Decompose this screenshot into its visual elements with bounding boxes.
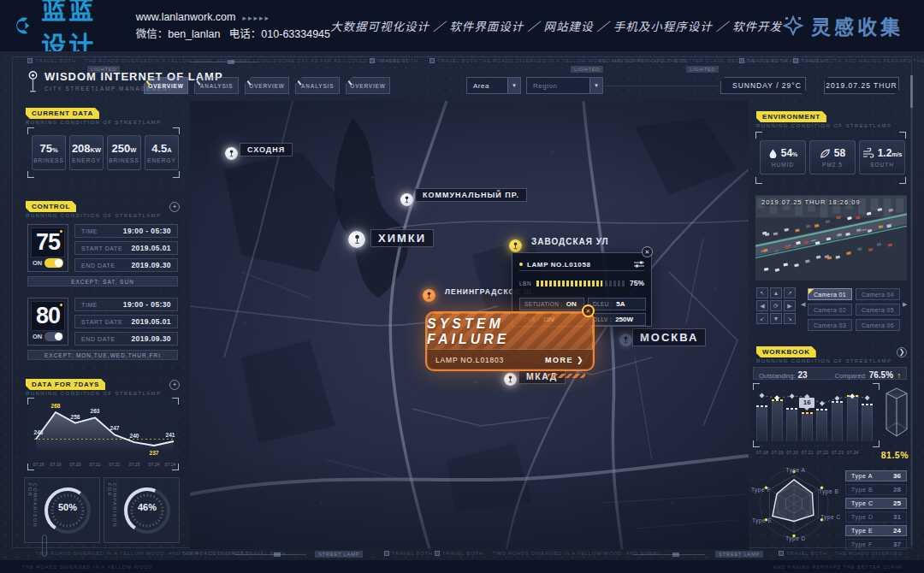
collect-brand: 灵感收集 bbox=[782, 11, 903, 40]
deco-text: LIGHTED bbox=[686, 66, 719, 73]
screen: 蓝蓝设计 www.lanlanwork.com▸▸▸▸▸ 微信：ben_lanl… bbox=[0, 0, 924, 573]
region-select[interactable]: Region ▼ bbox=[526, 77, 603, 94]
pan-right-icon[interactable]: ▶ bbox=[784, 300, 796, 311]
services-list: 大数据可视化设计 ／ 软件界面设计 ／ 网站建设 ／ 手机及小程序设计 ／ 软件… bbox=[330, 17, 782, 34]
popup-field-current: DLEU :5A bbox=[588, 298, 646, 310]
bar-x-label: 07.24 bbox=[845, 450, 861, 455]
pan-up-icon[interactable]: ▲ bbox=[770, 287, 782, 298]
svg-text:+: + bbox=[241, 319, 247, 327]
schedule-toggle-1[interactable] bbox=[44, 258, 63, 268]
type-row-c[interactable]: Type C25 bbox=[845, 498, 907, 509]
workbook-stats: Outstanding:23 Compared:76.5% ↑ bbox=[753, 367, 907, 380]
pan-down-icon[interactable]: ▼ bbox=[770, 313, 782, 324]
pan-reset-icon[interactable]: ⟳ bbox=[770, 300, 782, 311]
traffic-photo-graphic bbox=[755, 195, 907, 281]
svg-text:07.23: 07.23 bbox=[129, 462, 140, 467]
radar-axis-c: Type C bbox=[820, 514, 841, 520]
pan-down-right-icon[interactable]: ↘ bbox=[784, 313, 796, 324]
type-row-f[interactable]: Type F37 bbox=[845, 539, 907, 550]
lamp-glyph-icon bbox=[512, 242, 518, 250]
map-label-zavodskaya[interactable]: ЗАВОДСКАЯ УЛ bbox=[524, 235, 616, 248]
map-label-khimki[interactable]: ХИМКИ bbox=[370, 229, 434, 247]
type-row-d[interactable]: Type D31 bbox=[845, 511, 907, 523]
map-pin-mkad[interactable] bbox=[504, 373, 517, 386]
bar-x-label: 07.22 bbox=[814, 450, 830, 455]
camera-button-4[interactable]: Camera 04 bbox=[856, 288, 900, 300]
type-row-a[interactable]: Type A36 bbox=[845, 470, 907, 481]
lamp-glyph-icon bbox=[228, 150, 234, 157]
date-text: 2019.07.25 THUR bbox=[826, 81, 897, 90]
city-map[interactable]: +++ ++++ СХОДНЯ КОММУНАЛЬНЫЙ ПР. ХИМКИ З bbox=[190, 101, 749, 549]
deco-text: TWO ROADS DIVERGED IN A YELLOW WOOD, AND… bbox=[493, 551, 660, 556]
tab-overview-1[interactable]: OVERVIEW bbox=[144, 77, 188, 94]
data7-expand-button[interactable]: + bbox=[169, 380, 180, 390]
svg-text:241: 241 bbox=[166, 432, 175, 438]
alert-more-button[interactable]: MORE ❯ bbox=[545, 356, 584, 364]
scrollbar-thumb[interactable] bbox=[910, 75, 913, 108]
camera-button-3[interactable]: Camera 03 bbox=[808, 319, 852, 331]
svg-text:07.20: 07.20 bbox=[70, 462, 81, 467]
camera-list-prev-icon[interactable]: ◀ bbox=[801, 301, 805, 308]
control-add-button[interactable]: + bbox=[169, 202, 180, 212]
camera-button-6[interactable]: Camera 06 bbox=[856, 319, 900, 331]
map-pin-shodnya[interactable] bbox=[225, 147, 238, 160]
map-pin-leningradskoe[interactable] bbox=[423, 289, 435, 302]
workbook-more-button[interactable]: ❯ bbox=[897, 347, 907, 357]
alert-title: SYSTEM FAILURE bbox=[427, 313, 593, 351]
camera-view[interactable]: 2019.07.25 THUR 18:26:09 bbox=[755, 195, 907, 281]
map-label-kommunalny[interactable]: КОММУНАЛЬНЫЙ ПР. bbox=[415, 188, 527, 202]
sliders-icon[interactable] bbox=[634, 261, 644, 268]
popup-lamp-id: LAMP NO.L01058 bbox=[527, 261, 630, 269]
type-row-b[interactable]: Type B28 bbox=[845, 484, 907, 495]
env-wind: 1.2m/s SOUTH bbox=[859, 140, 905, 174]
map-label-shodnya[interactable]: СХОДНЯ bbox=[240, 143, 293, 157]
weather-widget: SUNNDAY / 29°C bbox=[720, 77, 806, 94]
svg-text:237: 237 bbox=[150, 450, 159, 456]
map-label-moskva[interactable]: МОСКВА bbox=[632, 328, 706, 346]
map-pin-khimki[interactable] bbox=[348, 231, 365, 248]
system-failure-alert: SYSTEM FAILURE LAMP NO.L01803 MORE ❯ bbox=[425, 311, 595, 371]
workbook-marker-line bbox=[756, 385, 876, 441]
pan-up-left-icon[interactable]: ↖ bbox=[756, 287, 768, 298]
pan-up-right-icon[interactable]: ↗ bbox=[784, 287, 796, 298]
tab-tick-icon bbox=[295, 78, 301, 85]
schedule1-end-row: END DATE2019.09.30 bbox=[74, 258, 178, 272]
camera-list-next-icon[interactable]: ▶ bbox=[903, 301, 907, 308]
tab-analysis-2[interactable]: ANALYSIS bbox=[295, 77, 340, 94]
environment-panel: 54% HUMID 58 PM2.5 1.2m/s SOUTH bbox=[755, 132, 906, 184]
tab-analysis-1[interactable]: ANALYSIS bbox=[194, 77, 239, 94]
gauge2-value: 46% bbox=[120, 502, 175, 512]
pan-down-left-icon[interactable]: ↙ bbox=[756, 313, 768, 324]
pan-left-icon[interactable]: ◀ bbox=[756, 300, 768, 311]
alert-lamp-id: LAMP NO.L01803 bbox=[435, 356, 504, 364]
radar-axis-e: Type E bbox=[752, 517, 772, 523]
tab-overview-3[interactable]: OVERVIEW bbox=[346, 77, 390, 94]
deco-text: STREET LAMP bbox=[315, 551, 363, 558]
site-url[interactable]: www.lanlanwork.com bbox=[136, 11, 236, 23]
svg-text:+: + bbox=[370, 174, 376, 181]
camera-button-2[interactable]: Camera 02 bbox=[808, 304, 852, 316]
bar-x-label: 07.21 bbox=[800, 450, 815, 455]
camera-button-5[interactable]: Camera 05 bbox=[856, 304, 900, 316]
alert-close-icon[interactable]: ✕ bbox=[582, 304, 595, 317]
radar-axis-b: Type B bbox=[819, 488, 838, 494]
camera-pan-pad: ↖ ▲ ↗ ◀ ⟳ ▶ ↙ ▼ ↘ bbox=[756, 287, 797, 324]
dial-state-1: ON bbox=[33, 259, 42, 267]
map-pin-zavodskaya[interactable] bbox=[509, 239, 522, 252]
workbook-x-labels: 07.1807.1907.2007.2107.2207.2307.24 bbox=[756, 450, 876, 457]
camera-button-1[interactable]: Camera 01 bbox=[808, 288, 852, 300]
map-pin-moskva[interactable] bbox=[619, 334, 632, 346]
area-select[interactable]: Area ▼ bbox=[466, 77, 521, 94]
stat-energy-kw: 208KW ENERGY bbox=[69, 135, 104, 170]
deco-text: TRAVEL BOTH bbox=[435, 551, 483, 556]
type-row-e[interactable]: Type E24 bbox=[845, 525, 907, 536]
panel-label-control: CONTROL bbox=[26, 201, 76, 212]
panel-sub-workbook: RUNNING CONDITION OF STREETLAMP bbox=[756, 358, 891, 363]
tab-overview-2[interactable]: OVERVIEW bbox=[245, 77, 289, 94]
popup-close-icon[interactable]: ✕ bbox=[642, 246, 653, 257]
tab-tick-icon bbox=[245, 78, 251, 85]
map-pin-kommunalny[interactable] bbox=[400, 193, 413, 206]
schedule1-except: EXCEPT: SAT, SUN bbox=[27, 276, 178, 286]
schedule-toggle-2[interactable] bbox=[44, 332, 63, 341]
camera-timestamp: 2019.07.25 THUR 18:26:09 bbox=[761, 198, 861, 206]
